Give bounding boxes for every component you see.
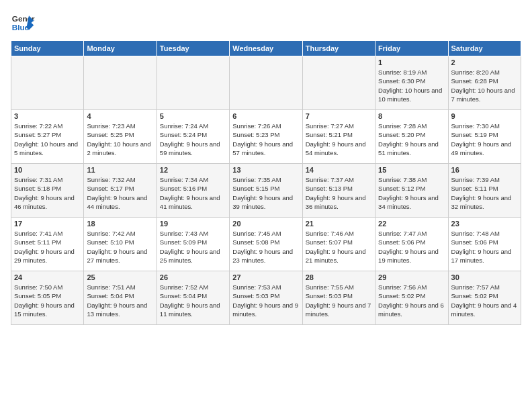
day-info: Sunrise: 7:28 AMSunset: 5:20 PMDaylight:… <box>378 122 445 157</box>
calendar-cell: 24Sunrise: 7:50 AMSunset: 5:05 PMDayligh… <box>11 271 84 325</box>
day-info-line: Sunrise: 7:42 AM <box>87 229 153 238</box>
day-info-line: Sunrise: 7:46 AM <box>306 229 372 238</box>
calendar-cell: 3Sunrise: 7:22 AMSunset: 5:27 PMDaylight… <box>11 110 84 164</box>
day-info-line: Daylight: 10 hours and 5 minutes. <box>14 140 81 158</box>
day-info: Sunrise: 7:47 AMSunset: 5:06 PMDaylight:… <box>378 229 445 265</box>
day-info-line: Daylight: 9 hours and 27 minutes. <box>87 247 153 265</box>
day-info-line: Sunset: 5:17 PM <box>87 184 153 193</box>
day-info-line: Sunrise: 7:55 AM <box>306 283 372 291</box>
day-number: 21 <box>306 220 372 228</box>
calendar-cell: 25Sunrise: 7:51 AMSunset: 5:04 PMDayligh… <box>84 271 157 325</box>
day-info-line: Daylight: 9 hours and 34 minutes. <box>378 193 445 212</box>
day-info: Sunrise: 7:50 AMSunset: 5:05 PMDaylight:… <box>14 283 81 318</box>
day-number: 3 <box>14 112 81 120</box>
day-info-line: Daylight: 9 hours and 41 minutes. <box>160 193 226 212</box>
calendar-week-5: 24Sunrise: 7:50 AMSunset: 5:05 PMDayligh… <box>11 271 521 325</box>
day-info-line: Sunset: 5:23 PM <box>232 130 299 139</box>
day-info-line: Sunrise: 7:47 AM <box>378 229 445 238</box>
calendar-cell: 8Sunrise: 7:28 AMSunset: 5:20 PMDaylight… <box>375 110 448 164</box>
day-info: Sunrise: 7:48 AMSunset: 5:06 PMDaylight:… <box>451 229 518 265</box>
calendar-cell: 11Sunrise: 7:32 AMSunset: 5:17 PMDayligh… <box>84 164 157 218</box>
column-header-monday: Monday <box>84 41 157 56</box>
day-info-line: Daylight: 9 hours and 9 minutes. <box>232 301 299 319</box>
day-info-line: Sunset: 5:06 PM <box>451 238 518 246</box>
calendar-cell <box>84 56 157 110</box>
day-number: 5 <box>160 112 226 120</box>
day-info-line: Sunset: 5:20 PM <box>378 130 445 139</box>
day-info-line: Daylight: 9 hours and 54 minutes. <box>306 140 372 158</box>
day-number: 28 <box>306 273 372 281</box>
day-info-line: Daylight: 9 hours and 21 minutes. <box>306 247 372 265</box>
day-info-line: Sunrise: 7:57 AM <box>451 283 518 291</box>
day-info-line: Sunrise: 7:51 AM <box>87 283 153 291</box>
day-info-line: Sunrise: 7:48 AM <box>451 229 518 238</box>
day-info-line: Sunrise: 7:26 AM <box>232 122 299 130</box>
day-info-line: Sunset: 5:07 PM <box>306 238 372 246</box>
day-info-line: Sunset: 5:09 PM <box>160 238 226 246</box>
day-info-line: Sunrise: 7:37 AM <box>306 175 372 184</box>
day-number: 30 <box>451 273 518 281</box>
day-number: 12 <box>160 166 226 174</box>
day-number: 19 <box>160 220 226 228</box>
day-info: Sunrise: 7:37 AMSunset: 5:13 PMDaylight:… <box>306 175 372 211</box>
day-info-line: Daylight: 9 hours and 29 minutes. <box>14 247 81 265</box>
calendar-cell: 20Sunrise: 7:45 AMSunset: 5:08 PMDayligh… <box>230 218 302 271</box>
day-info-line: Sunset: 5:02 PM <box>451 291 518 300</box>
calendar-cell: 17Sunrise: 7:41 AMSunset: 5:11 PMDayligh… <box>11 218 84 271</box>
day-info-line: Sunset: 5:04 PM <box>160 291 226 300</box>
day-info-line: Sunrise: 7:22 AM <box>14 122 81 130</box>
day-info-line: Sunrise: 7:35 AM <box>232 175 299 184</box>
day-info-line: Sunrise: 7:24 AM <box>160 122 226 130</box>
calendar-cell: 23Sunrise: 7:48 AMSunset: 5:06 PMDayligh… <box>448 218 521 271</box>
day-info-line: Daylight: 9 hours and 49 minutes. <box>451 140 518 158</box>
header: General Blue <box>11 11 521 35</box>
day-info-line: Sunset: 6:28 PM <box>451 77 518 85</box>
day-info: Sunrise: 7:53 AMSunset: 5:03 PMDaylight:… <box>232 283 299 318</box>
day-info-line: Sunset: 5:27 PM <box>14 130 81 139</box>
day-number: 17 <box>14 220 81 228</box>
day-info-line: Sunset: 5:02 PM <box>378 291 445 300</box>
calendar-cell: 21Sunrise: 7:46 AMSunset: 5:07 PMDayligh… <box>302 218 375 271</box>
day-number: 20 <box>232 220 299 228</box>
calendar-week-2: 3Sunrise: 7:22 AMSunset: 5:27 PMDaylight… <box>11 110 521 164</box>
day-number: 26 <box>160 273 226 281</box>
day-info-line: Sunrise: 7:56 AM <box>378 283 445 291</box>
day-info-line: Daylight: 10 hours and 7 minutes. <box>451 86 518 104</box>
calendar-cell: 12Sunrise: 7:34 AMSunset: 5:16 PMDayligh… <box>157 164 229 218</box>
day-info-line: Sunset: 5:16 PM <box>160 184 226 193</box>
calendar-cell: 16Sunrise: 7:39 AMSunset: 5:11 PMDayligh… <box>448 164 521 218</box>
logo: General Blue <box>11 11 35 35</box>
day-info-line: Sunset: 5:10 PM <box>87 238 153 246</box>
day-info: Sunrise: 8:20 AMSunset: 6:28 PMDaylight:… <box>451 68 518 103</box>
day-info-line: Daylight: 9 hours and 25 minutes. <box>160 247 226 265</box>
day-info-line: Sunrise: 7:39 AM <box>451 175 518 184</box>
day-info: Sunrise: 7:43 AMSunset: 5:09 PMDaylight:… <box>160 229 226 265</box>
calendar-cell: 22Sunrise: 7:47 AMSunset: 5:06 PMDayligh… <box>375 218 448 271</box>
day-number: 15 <box>378 166 445 174</box>
day-info-line: Daylight: 9 hours and 44 minutes. <box>87 193 153 212</box>
day-info-line: Sunrise: 7:52 AM <box>160 283 226 291</box>
day-info-line: Daylight: 9 hours and 23 minutes. <box>232 247 299 265</box>
day-info-line: Sunrise: 7:32 AM <box>87 175 153 184</box>
calendar-cell: 15Sunrise: 7:38 AMSunset: 5:12 PMDayligh… <box>375 164 448 218</box>
column-header-sunday: Sunday <box>11 41 84 56</box>
day-number: 6 <box>232 112 299 120</box>
day-number: 22 <box>378 220 445 228</box>
day-info-line: Sunrise: 7:31 AM <box>14 175 81 184</box>
calendar-header-row: SundayMondayTuesdayWednesdayThursdayFrid… <box>11 41 521 56</box>
day-info-line: Sunrise: 7:53 AM <box>232 283 299 291</box>
day-info: Sunrise: 7:23 AMSunset: 5:25 PMDaylight:… <box>87 122 153 157</box>
day-info-line: Sunset: 5:18 PM <box>14 184 81 193</box>
day-info-line: Sunset: 5:25 PM <box>87 130 153 139</box>
day-info-line: Daylight: 9 hours and 6 minutes. <box>378 301 445 319</box>
calendar-week-4: 17Sunrise: 7:41 AMSunset: 5:11 PMDayligh… <box>11 218 521 271</box>
day-number: 1 <box>378 58 445 66</box>
day-number: 9 <box>451 112 518 120</box>
day-info-line: Daylight: 10 hours and 10 minutes. <box>378 86 445 104</box>
calendar-week-1: 1Sunrise: 8:19 AMSunset: 6:30 PMDaylight… <box>11 56 521 110</box>
day-info: Sunrise: 7:32 AMSunset: 5:17 PMDaylight:… <box>87 175 153 211</box>
day-info: Sunrise: 7:27 AMSunset: 5:21 PMDaylight:… <box>306 122 372 157</box>
calendar-cell: 7Sunrise: 7:27 AMSunset: 5:21 PMDaylight… <box>302 110 375 164</box>
day-info-line: Daylight: 9 hours and 32 minutes. <box>451 193 518 212</box>
calendar-table: SundayMondayTuesdayWednesdayThursdayFrid… <box>11 40 521 325</box>
